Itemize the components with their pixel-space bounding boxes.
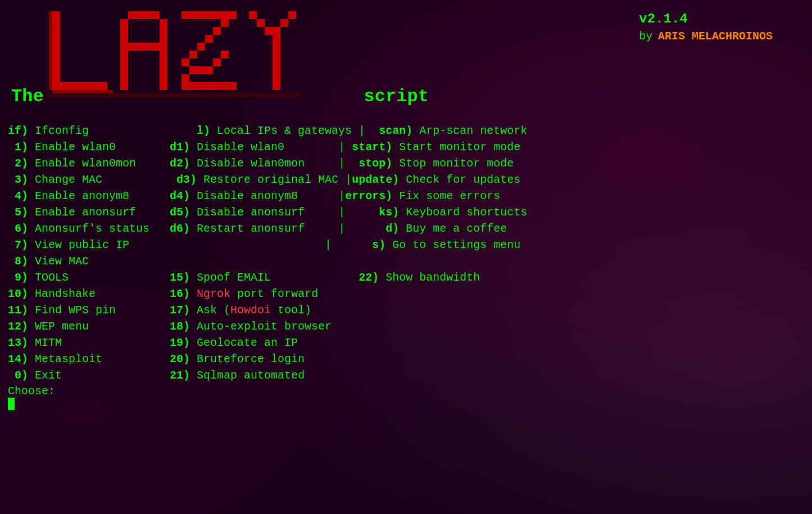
key-d5: d5) xyxy=(170,206,190,219)
svg-rect-80 xyxy=(273,74,280,82)
svg-rect-73 xyxy=(288,11,296,19)
svg-rect-6 xyxy=(52,58,60,66)
svg-rect-56 xyxy=(182,58,189,66)
svg-rect-31 xyxy=(144,43,152,51)
svg-rect-23 xyxy=(160,19,167,27)
menu-row-1: 1) Enable wlan0 d1) Disable wlan0 | star… xyxy=(8,139,806,155)
key-1: 1) xyxy=(15,141,28,154)
key-d4: d4) xyxy=(170,190,190,202)
svg-rect-24 xyxy=(120,27,128,35)
title-row: The xyxy=(11,6,806,118)
svg-rect-58 xyxy=(197,66,205,74)
svg-rect-53 xyxy=(205,35,213,43)
key-21: 21) xyxy=(170,369,190,382)
svg-rect-55 xyxy=(189,51,197,58)
svg-rect-57 xyxy=(189,66,197,74)
key-5: 5) xyxy=(15,206,28,219)
svg-rect-62 xyxy=(182,82,189,90)
key-15: 15) xyxy=(170,271,190,284)
menu-row-0: 0) Exit 21) Sqlmap automated xyxy=(8,367,806,384)
svg-rect-1 xyxy=(52,19,60,27)
menu-row-12: 12) WEP menu 18) Auto-exploit browser xyxy=(8,318,806,335)
svg-rect-33 xyxy=(160,43,167,51)
menu-row-7: 7) View public IP | s) Go to settings me… xyxy=(8,237,806,253)
menu-row-if: if) Ifconfig l) Local IPs & gateways | s… xyxy=(8,123,806,139)
main-container: The xyxy=(0,6,812,410)
key-d6: d6) xyxy=(170,222,190,235)
author-line: by ARIS MELACHROINOS xyxy=(639,30,773,43)
key-7: 7) xyxy=(15,238,28,251)
script-label: script xyxy=(361,86,429,118)
svg-rect-51 xyxy=(221,19,229,27)
svg-rect-15 xyxy=(99,82,107,90)
key-22: 22) xyxy=(359,271,379,284)
svg-rect-35 xyxy=(160,51,167,58)
svg-rect-69 xyxy=(182,74,189,82)
input-cursor[interactable] xyxy=(8,398,15,410)
svg-rect-63 xyxy=(189,82,197,90)
svg-rect-44 xyxy=(182,11,189,19)
svg-rect-22 xyxy=(120,19,128,27)
svg-rect-8 xyxy=(52,74,60,82)
menu-area: if) Ifconfig l) Local IPs & gateways | s… xyxy=(6,123,806,410)
key-d1: d1) xyxy=(170,141,190,154)
key-scan: scan) xyxy=(379,124,412,137)
key-18: 18) xyxy=(170,320,190,333)
author-name: ARIS MELACHROINOS xyxy=(658,30,773,43)
svg-rect-5 xyxy=(52,51,60,58)
by-label: by xyxy=(639,30,652,43)
key-11: 11) xyxy=(8,304,28,317)
svg-rect-64 xyxy=(197,82,205,90)
svg-rect-39 xyxy=(160,66,167,74)
header-area: The xyxy=(6,6,806,118)
menu-row-14: 14) Metasploit 20) Bruteforce login xyxy=(8,351,806,367)
svg-rect-42 xyxy=(120,82,128,90)
key-13: 13) xyxy=(8,336,28,349)
svg-rect-26 xyxy=(120,35,128,43)
key-s: s) xyxy=(372,238,385,251)
svg-rect-82 xyxy=(273,27,280,35)
svg-rect-18 xyxy=(128,11,136,19)
menu-row-2: 2) Enable wlan0mon d2) Disable wlan0mon … xyxy=(8,155,806,172)
key-start: start) xyxy=(352,141,392,154)
svg-rect-28 xyxy=(120,43,128,51)
svg-rect-0 xyxy=(52,11,60,19)
svg-rect-65 xyxy=(205,82,213,90)
key-14: 14) xyxy=(8,353,28,366)
key-17: 17) xyxy=(170,304,190,317)
svg-rect-75 xyxy=(273,35,280,43)
key-ks: ks) xyxy=(379,206,399,219)
key-errors: errors) xyxy=(345,190,392,202)
svg-rect-81 xyxy=(273,82,280,90)
choose-label: Choose: xyxy=(8,385,55,398)
svg-rect-27 xyxy=(160,35,167,43)
svg-rect-38 xyxy=(120,66,128,74)
key-4: 4) xyxy=(15,190,28,202)
key-16: 16) xyxy=(170,287,190,300)
menu-row-10: 10) Handshake 16) Ngrok port forward xyxy=(8,286,806,302)
key-d2: d2) xyxy=(170,157,190,170)
svg-rect-76 xyxy=(273,43,280,51)
key-d3: d3) xyxy=(176,173,197,186)
svg-rect-41 xyxy=(160,74,167,82)
svg-rect-54 xyxy=(197,43,205,51)
menu-row-11: 11) Find WPS pin 17) Ask (Howdoi tool) xyxy=(8,302,806,318)
svg-rect-67 xyxy=(221,82,229,90)
menu-row-13: 13) MITM 19) Geolocate an IP xyxy=(8,335,806,351)
key-0: 0) xyxy=(15,369,28,382)
svg-rect-70 xyxy=(249,11,257,19)
svg-rect-36 xyxy=(120,58,128,66)
key-stop: stop) xyxy=(359,157,392,170)
svg-rect-77 xyxy=(273,51,280,58)
key-8: 8) xyxy=(15,255,28,268)
key-2: 2) xyxy=(15,157,28,170)
svg-rect-52 xyxy=(213,27,221,35)
svg-rect-83 xyxy=(47,93,300,97)
svg-rect-60 xyxy=(213,58,221,66)
svg-rect-74 xyxy=(280,19,288,27)
key-10: 10) xyxy=(8,287,28,300)
svg-rect-32 xyxy=(152,43,160,51)
svg-rect-59 xyxy=(205,66,213,74)
key-12: 12) xyxy=(8,320,28,333)
choose-line: Choose: xyxy=(8,385,806,398)
